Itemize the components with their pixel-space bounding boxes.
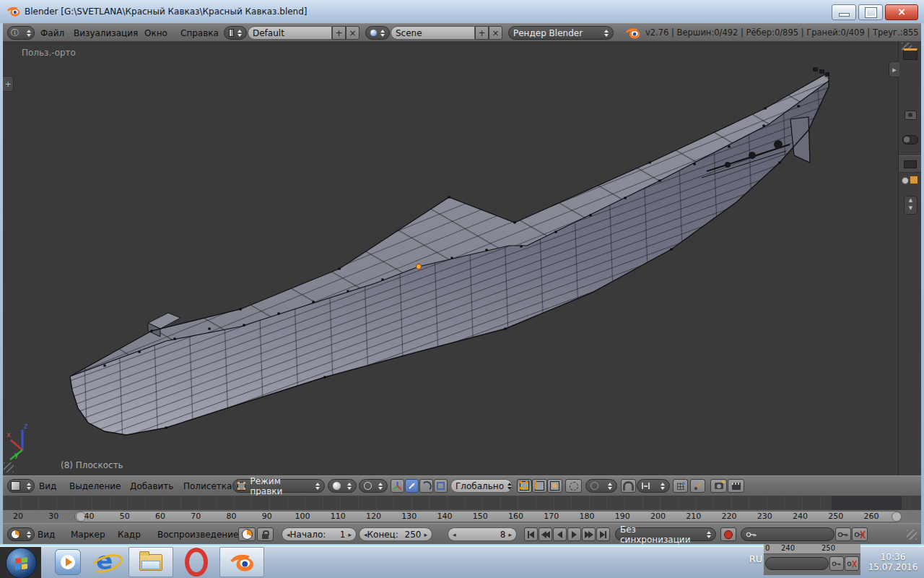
layout-close-button[interactable]: × xyxy=(346,26,359,40)
pivot-select[interactable] xyxy=(359,479,388,493)
keying-set-field[interactable] xyxy=(741,527,834,541)
timeline-scrollbar[interactable]: 2030405060708090100110120130140150160170… xyxy=(3,510,921,523)
browse-stepper[interactable]: ▲▼ xyxy=(904,196,918,215)
blender-logo-icon xyxy=(6,5,20,17)
menu-tl-frame[interactable]: Кадр xyxy=(118,524,141,544)
play-button[interactable] xyxy=(567,527,581,541)
menu-add[interactable]: Добавить xyxy=(130,476,173,496)
editor-type-info-button[interactable]: ⓘ xyxy=(7,26,35,40)
top-header: ⓘ Файл Визуализация Окно Справка Default… xyxy=(3,23,921,43)
manipulator-rotate-button[interactable] xyxy=(419,479,433,493)
menu-view[interactable]: Вид xyxy=(39,476,56,496)
opengl-render-image-button[interactable] xyxy=(710,479,727,493)
proportional-edit-select[interactable] xyxy=(585,479,617,493)
increment-arrow-icon[interactable]: ▸ xyxy=(424,531,427,538)
jump-to-end-button[interactable] xyxy=(596,527,610,541)
area-resize-grip[interactable] xyxy=(907,530,917,540)
time-display-toggle[interactable] xyxy=(238,527,256,541)
occlude-geometry-button[interactable] xyxy=(565,479,582,493)
play-reverse-button[interactable] xyxy=(553,527,567,541)
render-engine-select[interactable]: Рендер Blender xyxy=(508,26,614,40)
chevron-updown-icon xyxy=(377,30,385,37)
taskbar-explorer-button[interactable] xyxy=(128,547,173,577)
screen-layout-field[interactable]: Default xyxy=(248,26,332,40)
menu-file[interactable]: Файл xyxy=(40,24,64,42)
maximize-button[interactable] xyxy=(858,4,883,20)
insert-keyframe-button[interactable] xyxy=(835,527,851,541)
sync-mode-select[interactable]: Без синхронизации xyxy=(615,527,716,541)
taskbar-wmp-button[interactable] xyxy=(52,547,84,577)
viewport-shading-select[interactable] xyxy=(328,479,357,493)
toggle-slider[interactable] xyxy=(902,135,918,144)
jump-next-keyframe-button[interactable] xyxy=(582,527,596,541)
screen-layout-browse-button[interactable] xyxy=(224,26,247,40)
viewport-3d[interactable]: Польз.-орто (8) Плоскость + z x y xyxy=(3,41,898,475)
area-resize-grip[interactable] xyxy=(4,462,14,473)
info-icon: ⓘ xyxy=(11,27,19,38)
taskbar-ie-button[interactable]: e xyxy=(88,547,123,577)
toolshelf-expand-tab[interactable]: + xyxy=(3,76,14,92)
proportional-icon xyxy=(590,482,598,490)
orientation-select[interactable]: Глобально xyxy=(450,479,513,493)
lock-frame-button[interactable] xyxy=(257,527,274,541)
camera-render-icon xyxy=(715,483,723,489)
selected-vertex[interactable] xyxy=(416,264,421,269)
menu-render[interactable]: Визуализация xyxy=(74,24,138,42)
manipulator-translate-button[interactable] xyxy=(405,479,419,493)
grid-snap-icon xyxy=(677,483,684,490)
mode-value: Режим правки xyxy=(250,476,312,496)
layout-add-button[interactable]: + xyxy=(332,26,346,40)
start-button[interactable] xyxy=(6,548,37,578)
taskbar-opera-button[interactable] xyxy=(178,547,215,577)
close-button[interactable]: × xyxy=(885,4,918,20)
opengl-render-anim-button[interactable] xyxy=(728,479,744,493)
manipulator-scale-button[interactable] xyxy=(434,479,448,493)
timeline-tick: 240 xyxy=(793,512,808,521)
scene-value: Scene xyxy=(396,28,422,38)
select-mode-edge-button[interactable] xyxy=(532,479,547,493)
increment-arrow-icon[interactable]: ▸ xyxy=(348,531,352,538)
current-frame-field[interactable]: ◂ 8 ▸ xyxy=(448,527,517,541)
menu-tl-marker[interactable]: Маркер xyxy=(71,524,105,544)
snap-toggle-button[interactable] xyxy=(621,479,636,493)
camera-icon[interactable] xyxy=(905,111,917,120)
increment-arrow-icon[interactable]: ▸ xyxy=(508,531,512,538)
end-frame-field[interactable]: ◂ Конец: 250 ▸ xyxy=(359,527,432,541)
menu-select[interactable]: Выделение xyxy=(69,476,121,496)
render-properties-icon[interactable] xyxy=(903,48,918,60)
select-mode-vertex-button[interactable] xyxy=(517,479,532,493)
mode-select[interactable]: Режим правки xyxy=(232,479,325,493)
manipulate-origins-button[interactable] xyxy=(690,479,705,493)
editor-type-3dview-button[interactable] xyxy=(7,479,35,493)
properties-expand-tab[interactable]: ◂ xyxy=(889,61,899,77)
menu-mesh[interactable]: Полисетка xyxy=(183,476,232,496)
properties-strip[interactable]: ◂ ▲▼ xyxy=(898,41,921,475)
menu-help[interactable]: Справка xyxy=(180,24,219,42)
auto-keyframe-button[interactable] xyxy=(720,527,736,541)
menu-tl-playback[interactable]: Воспроизведение xyxy=(157,524,238,544)
scene-browse-button[interactable] xyxy=(365,26,390,40)
menu-window[interactable]: Окно xyxy=(144,24,167,42)
select-mode-face-button[interactable] xyxy=(547,479,562,493)
taskbar-blender-button[interactable] xyxy=(219,547,264,577)
manipulator-axes-button[interactable] xyxy=(391,479,404,493)
scene-add-button[interactable]: + xyxy=(475,26,489,40)
ship-model[interactable] xyxy=(3,41,898,475)
jump-to-start-button[interactable] xyxy=(524,527,538,541)
pin-icon[interactable] xyxy=(902,177,909,184)
play-icon xyxy=(572,531,577,538)
taskbar-clock[interactable]: 10:36 15.07.2016 xyxy=(862,546,924,578)
timeline-canvas[interactable] xyxy=(3,496,921,511)
scene-field[interactable]: Scene xyxy=(391,26,475,40)
editor-type-timeline-button[interactable] xyxy=(7,527,35,541)
scene-close-button[interactable]: × xyxy=(489,26,502,40)
window-titlebar[interactable]: Blender [G:\SVETLANA\Красный Кавказ\Крас… xyxy=(0,0,924,24)
delete-keyframe-button[interactable] xyxy=(852,527,868,541)
decrement-arrow-icon[interactable]: ◂ xyxy=(453,531,456,538)
minimize-button[interactable] xyxy=(832,4,856,20)
snap-element-select[interactable] xyxy=(637,479,670,493)
snap-target-button[interactable] xyxy=(673,479,688,493)
menu-tl-view[interactable]: Вид xyxy=(38,524,55,544)
jump-prev-keyframe-button[interactable] xyxy=(539,527,552,541)
start-frame-field[interactable]: ◂ Начало: 1 ▸ xyxy=(282,527,357,541)
